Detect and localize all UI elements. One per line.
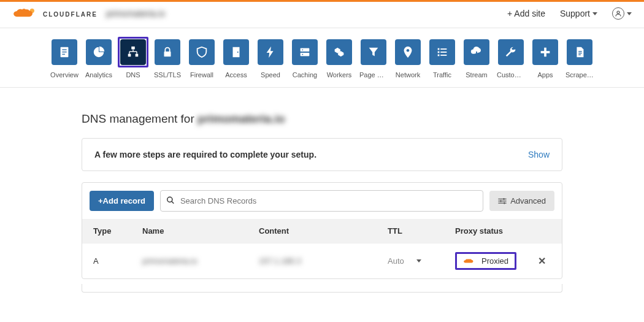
advanced-button[interactable]: Advanced [489, 191, 554, 211]
user-avatar-icon [612, 7, 624, 20]
pie-icon [86, 39, 112, 65]
svg-rect-8 [136, 54, 139, 57]
add-site-link[interactable]: + Add site [507, 9, 545, 18]
svg-line-33 [172, 201, 174, 204]
cell-name: primomateria.io [142, 256, 259, 266]
page-title-domain: primomateria.io [197, 112, 285, 125]
list-icon [429, 39, 455, 65]
svg-rect-7 [128, 54, 131, 57]
svg-rect-25 [438, 55, 440, 56]
nav-item-apps[interactable]: Apps [531, 39, 559, 79]
svg-rect-29 [578, 51, 582, 52]
header-domain-name[interactable]: primomateria.io [106, 9, 165, 18]
svg-rect-38 [500, 200, 502, 202]
wrench-icon [498, 39, 524, 65]
support-label: Support [560, 9, 590, 18]
header-bar: CLOUDFLARE primomateria.io + Add site Su… [0, 2, 644, 28]
nav-label: Analytics [85, 71, 113, 79]
table-row[interactable]: A primomateria.io 157.1.186.3 Auto Proxi… [82, 243, 562, 278]
svg-rect-16 [301, 48, 310, 52]
svg-point-32 [167, 197, 172, 202]
nav-item-analytics[interactable]: Analytics [85, 39, 113, 79]
svg-rect-35 [499, 201, 507, 201]
nav-label: Scrape S… [565, 71, 594, 79]
svg-point-20 [407, 49, 410, 52]
cell-content: 157.1.186.3 [259, 256, 388, 266]
svg-rect-17 [301, 53, 310, 56]
dns-table: Type Name Content TTL Proxy status A pri… [82, 219, 562, 278]
svg-rect-39 [504, 202, 505, 204]
th-proxy: Proxy status [455, 226, 551, 236]
proxied-cloud-icon [463, 257, 477, 266]
doc-icon [567, 39, 592, 65]
cell-ttl[interactable]: Auto [388, 256, 455, 266]
svg-rect-26 [440, 55, 447, 56]
alert-show-link[interactable]: Show [528, 150, 550, 159]
table-header: Type Name Content TTL Proxy status [82, 219, 562, 243]
nav-label: SSL/TLS [153, 71, 182, 79]
caret-down-icon [627, 12, 632, 15]
nav-item-network[interactable]: Network [394, 39, 422, 79]
cell-type: A [93, 256, 142, 266]
svg-point-18 [302, 49, 303, 50]
dns-panel: +Add record Advanced Type Name Content T… [82, 182, 562, 279]
svg-rect-36 [499, 202, 507, 203]
nav-item-overview[interactable]: Overview [50, 39, 79, 79]
user-menu[interactable] [612, 7, 632, 20]
svg-point-19 [302, 54, 303, 55]
page-title-prefix: DNS management for [82, 112, 197, 125]
nav-item-workers[interactable]: Workers [325, 39, 353, 79]
svg-rect-22 [440, 48, 447, 50]
nav-label: Apps [531, 71, 559, 79]
lock-icon [155, 39, 180, 65]
panel-footer-strip [82, 284, 562, 293]
alert-text: A few more steps are required to complet… [94, 150, 316, 159]
svg-rect-4 [62, 52, 66, 52]
svg-rect-28 [541, 51, 550, 53]
nav-item-dns[interactable]: DNS [119, 39, 147, 79]
nav-item-access[interactable]: Access [222, 39, 250, 79]
svg-rect-5 [62, 54, 65, 55]
nav-label: Access [222, 71, 250, 79]
ttl-value: Auto [388, 256, 404, 266]
tree-icon [120, 39, 146, 65]
page-title: DNS management for primomateria.io [82, 112, 562, 126]
svg-rect-24 [440, 52, 447, 53]
search-input[interactable] [160, 190, 483, 212]
sliders-icon [498, 198, 507, 204]
proxy-label: Proxied [481, 256, 508, 266]
svg-rect-23 [438, 52, 440, 53]
th-content: Content [259, 226, 388, 236]
support-menu[interactable]: Support [560, 9, 597, 18]
nav-label: Firewall [188, 71, 216, 79]
cell-proxy[interactable]: Proxied [455, 252, 532, 270]
panel-controls: +Add record Advanced [82, 183, 562, 219]
nav-item-traffic[interactable]: Traffic [428, 39, 456, 79]
svg-rect-31 [578, 55, 581, 55]
nav-tabs: OverviewAnalyticsDNSSSL/TLSFirewallAcces… [0, 28, 644, 88]
cloudflare-logo-icon [12, 7, 39, 20]
nav-item-speed[interactable]: Speed [256, 39, 285, 79]
svg-rect-30 [578, 53, 582, 53]
nav-item-stream[interactable]: Stream [462, 39, 491, 79]
nav-item-ssl-tls[interactable]: SSL/TLS [153, 39, 182, 79]
nav-label: Custom P… [497, 71, 525, 79]
add-record-button[interactable]: +Add record [90, 191, 154, 211]
search-icon [166, 196, 175, 206]
svg-rect-34 [499, 198, 507, 199]
main-content: DNS management for primomateria.io A few… [77, 112, 567, 293]
nav-item-custom-p-[interactable]: Custom P… [497, 39, 525, 79]
nav-item-scrape-s-[interactable]: Scrape S… [565, 39, 594, 79]
svg-rect-37 [504, 198, 505, 200]
svg-rect-21 [438, 48, 440, 50]
logo-block[interactable]: CLOUDFLARE [12, 7, 98, 20]
door-icon [223, 39, 249, 65]
nav-item-page-rules[interactable]: Page Rules [359, 39, 388, 79]
nav-item-firewall[interactable]: Firewall [188, 39, 216, 79]
delete-row-button[interactable]: ✕ [538, 256, 546, 266]
nav-label: Overview [50, 71, 79, 79]
nav-item-caching[interactable]: Caching [291, 39, 319, 79]
nav-label: Page Rules [359, 71, 388, 79]
nav-label: Stream [462, 71, 491, 79]
svg-point-15 [237, 52, 239, 53]
